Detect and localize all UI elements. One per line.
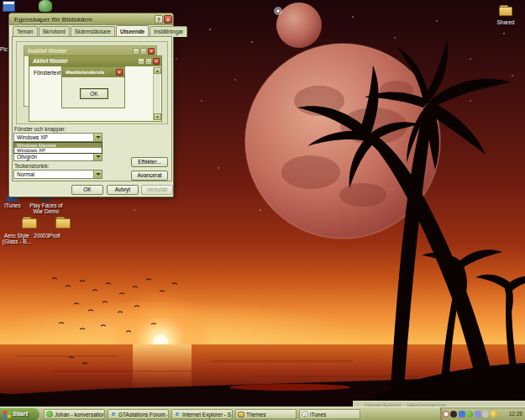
chevron-down-icon[interactable]: [93, 153, 102, 160]
message-box-title: Meddelanderuta: [62, 67, 124, 77]
system-tray: 12:28: [440, 407, 525, 420]
media-player-tray-icon[interactable]: [443, 411, 449, 417]
taskbar-item-internet-explorer[interactable]: e Internet Explorer - S...: [171, 409, 233, 419]
maximize-icon: □: [140, 48, 147, 55]
window-text-sample: Fönstertext: [34, 70, 61, 76]
taskbar-item-itunes[interactable]: ♪ iTunes: [299, 409, 360, 419]
tab-panel: Inaktivt fönster – □ × Aktivt fönster – …: [12, 36, 172, 181]
shared-folder-icon[interactable]: [499, 5, 512, 16]
help-icon[interactable]: ?: [155, 15, 163, 24]
chevron-down-icon[interactable]: [93, 171, 102, 178]
settings-tray-icon[interactable]: [482, 411, 489, 417]
close-icon: ×: [153, 58, 160, 65]
preview-message-box: Meddelanderuta × OK: [61, 66, 125, 108]
windows-and-buttons-label: Fönster och knappar:: [14, 126, 66, 132]
folder-icon: [238, 412, 244, 417]
apply-button[interactable]: Verkställ: [141, 185, 173, 195]
taskbar: Start Johan - konversation e GTAstations…: [0, 407, 525, 420]
msn-messenger-icon: [46, 411, 53, 417]
start-button[interactable]: Start: [0, 407, 39, 420]
scroll-down-icon: ▼: [154, 113, 161, 120]
msn-status-tray-icon[interactable]: [466, 411, 473, 417]
cancel-button[interactable]: Avbryt: [107, 185, 139, 195]
font-size-combobox[interactable]: Normal: [13, 170, 102, 179]
start-button-label: Start: [13, 410, 28, 417]
smiley-tray-icon[interactable]: [491, 411, 497, 417]
volume-tray-icon[interactable]: [450, 411, 457, 417]
sun-reflection: [133, 344, 192, 391]
minimize-icon: –: [138, 58, 144, 65]
effects-button[interactable]: Effekter...: [131, 157, 168, 167]
close-icon[interactable]: ×: [164, 15, 172, 24]
dialog-title: Egenskaper för Bildskärm: [14, 16, 92, 24]
aero-style-folder-icon[interactable]: [22, 217, 37, 228]
taskbar-item-forum[interactable]: e GTAstations Forum -...: [108, 409, 169, 419]
small-planet: [276, 3, 322, 48]
profi-folder-icon[interactable]: [55, 217, 71, 228]
desktop-icon-green-app[interactable]: [39, 0, 52, 12]
internet-explorer-icon: e: [174, 411, 181, 417]
windows-and-buttons-combobox[interactable]: Windows XP: [13, 133, 102, 142]
windows-and-buttons-dropdown-list: Windows klassisk Windows XP: [13, 142, 102, 154]
internet-explorer-icon: e: [110, 411, 117, 417]
advanced-button[interactable]: Avancerat: [131, 171, 168, 181]
scroll-up-icon: ▲: [154, 67, 161, 74]
aero-style-folder-label[interactable]: Aero Style (Glass - B...: [0, 233, 34, 244]
windows-flag-icon: [3, 411, 11, 418]
close-icon: ×: [148, 48, 155, 55]
profi-folder-label[interactable]: 20003Profi: [30, 233, 64, 239]
network-tray-icon[interactable]: [475, 411, 481, 417]
wet-sand-streak: [229, 384, 350, 391]
itunes-icon: ♪: [302, 411, 308, 417]
taskbar-item-messenger[interactable]: Johan - konversation: [44, 409, 105, 419]
ok-button[interactable]: OK: [71, 185, 103, 195]
tab-utseende[interactable]: Utseende: [116, 25, 149, 36]
preview-scrollbar: ▲ ▼: [153, 67, 160, 120]
taskbar-clock[interactable]: 12:28: [509, 411, 522, 417]
appearance-preview[interactable]: Inaktivt fönster – □ × Aktivt fönster – …: [16, 41, 168, 124]
shared-folder-label[interactable]: Shared: [491, 19, 521, 25]
dialog-titlebar[interactable]: Egenskaper för Bildskärm ? ×: [9, 13, 173, 25]
itunes-icon-label[interactable]: iTunes: [0, 202, 25, 208]
font-size-label: Teckenstorlek:: [14, 163, 50, 169]
taskbar-item-themes[interactable]: Themes: [235, 409, 297, 419]
dropdown-option-windows-xp[interactable]: Windows XP: [14, 148, 102, 153]
chevron-down-icon[interactable]: [93, 134, 102, 141]
security-tray-icon[interactable]: [459, 411, 465, 417]
message-box-ok-button: OK: [80, 88, 108, 99]
close-icon: ×: [116, 69, 123, 76]
minimize-icon: –: [133, 48, 139, 55]
desktop-icon-app-window[interactable]: [3, 1, 15, 12]
display-properties-dialog: Egenskaper för Bildskärm ? × Teman Skriv…: [8, 13, 174, 197]
play-faces-icon-label[interactable]: Play Faces of War Demo: [29, 202, 63, 214]
maximize-icon: □: [145, 58, 152, 65]
